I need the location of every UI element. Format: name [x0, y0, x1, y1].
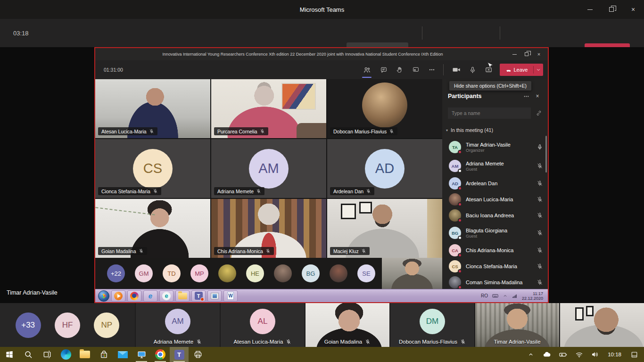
meeting-section-header[interactable]: ▾ In this meeting (41): [446, 127, 544, 133]
task-view-button[interactable]: [38, 347, 57, 362]
video-tile[interactable]: Chis Adriana-Monica: [211, 199, 326, 258]
media-player-button[interactable]: [111, 290, 125, 302]
participants-close-button[interactable]: ×: [532, 91, 543, 101]
video-tile[interactable]: Dobocan Marius-Flavius: [327, 79, 442, 138]
filmstrip-tile[interactable]: AL Atesan Lucica-Maria: [221, 303, 305, 347]
inner-restore-button[interactable]: [520, 48, 533, 60]
participants-more-button[interactable]: [520, 91, 532, 101]
video-tile[interactable]: Atesan Lucica-Maria: [95, 79, 210, 138]
participant-avatar[interactable]: [330, 264, 347, 282]
mic-off-icon[interactable]: [537, 263, 543, 270]
filmstrip-video-tile[interactable]: Timar Adrian-Vasile: [475, 303, 559, 347]
edge-button[interactable]: [57, 347, 75, 362]
search-input[interactable]: [448, 107, 531, 119]
video-tile[interactable]: CS Cionca Stefania-Maria: [95, 139, 210, 198]
volume-icon[interactable]: [588, 347, 602, 362]
minimize-button[interactable]: [579, 0, 601, 19]
eset-button[interactable]: e: [159, 290, 173, 302]
clock[interactable]: 10:18: [604, 352, 625, 357]
inner-close-button[interactable]: ×: [533, 48, 545, 60]
copy-link-button[interactable]: [534, 108, 544, 118]
close-button[interactable]: ×: [622, 0, 644, 19]
participant-row[interactable]: TA Timar Adrian-VasileOrganizer: [442, 138, 548, 156]
teams-button[interactable]: T: [191, 290, 206, 302]
video-tile[interactable]: Purcarea Cornelia: [211, 79, 326, 138]
action-center-button[interactable]: [627, 347, 641, 362]
video-tile[interactable]: Goian Madalina: [95, 199, 210, 258]
participant-avatar[interactable]: GM: [135, 264, 153, 282]
keyboard-icon[interactable]: [492, 292, 499, 299]
word-button[interactable]: W: [223, 290, 238, 302]
participant-row[interactable]: AM Adriana MemeteGuest: [442, 156, 548, 175]
filmstrip-tile[interactable]: AM Adriana Memete: [136, 303, 220, 347]
tray-chevron-up-button[interactable]: [524, 347, 538, 362]
printer-button[interactable]: [189, 347, 207, 362]
mic-off-icon[interactable]: [537, 196, 543, 203]
inner-participants-button[interactable]: [360, 63, 373, 76]
inner-more-options-button[interactable]: [425, 63, 438, 76]
inner-minimize-button[interactable]: [508, 48, 520, 60]
signal-icon[interactable]: [512, 293, 518, 299]
mic-off-icon[interactable]: [537, 163, 543, 169]
language-indicator[interactable]: RO: [481, 293, 488, 298]
mic-on-icon[interactable]: [537, 144, 543, 150]
participant-row[interactable]: Coman Simina-Madalina: [442, 274, 548, 289]
store-button[interactable]: [94, 347, 113, 362]
participant-row[interactable]: CA Chis Adriana-Monica: [442, 242, 548, 258]
scrollbar[interactable]: [545, 136, 547, 173]
restore-button[interactable]: [601, 0, 622, 19]
participant-avatar[interactable]: TD: [163, 264, 181, 282]
teams-taskbar-button[interactable]: T: [170, 347, 189, 362]
video-tile[interactable]: AD Ardelean Dan: [327, 139, 442, 198]
inner-chat-button[interactable]: [377, 63, 390, 76]
inner-leave-button[interactable]: Leave: [500, 64, 543, 76]
participant-avatar[interactable]: [274, 264, 292, 282]
leave-menu-chevron[interactable]: [534, 67, 543, 73]
battery-icon[interactable]: [556, 347, 570, 362]
mic-off-icon[interactable]: [537, 180, 543, 187]
participant-row[interactable]: BG Blaguta GiorgianaGuest: [442, 223, 548, 242]
firefox-button[interactable]: [127, 290, 141, 302]
participant-row[interactable]: AD Ardelean Dan: [442, 175, 548, 191]
presenter-video-thumbnail[interactable]: [382, 258, 442, 289]
onedrive-icon[interactable]: [540, 347, 554, 362]
inner-mic-button[interactable]: [466, 63, 479, 76]
video-tile[interactable]: AM Adriana Memete: [211, 139, 326, 198]
search-button[interactable]: [19, 347, 38, 362]
start-orb-button[interactable]: [98, 290, 109, 302]
chevron-up-icon[interactable]: [503, 293, 508, 298]
participant-avatar[interactable]: HE: [246, 264, 264, 282]
filmstrip-video-tile[interactable]: [560, 303, 644, 347]
wifi-icon[interactable]: [572, 347, 586, 362]
inner-breakout-button[interactable]: [409, 63, 422, 76]
mic-off-icon[interactable]: [537, 247, 543, 254]
participant-avatar[interactable]: BG: [302, 264, 320, 282]
participant-row[interactable]: CS Cionca Stefania-Maria: [442, 258, 548, 274]
participant-avatar[interactable]: SE: [357, 264, 375, 282]
shared-clock[interactable]: 11:17 22.12.2020: [522, 291, 543, 301]
photo-viewer-button[interactable]: [207, 290, 222, 302]
mail-button[interactable]: [113, 347, 132, 362]
video-tile[interactable]: Maciej Kluz: [327, 199, 442, 258]
filmstrip-tile[interactable]: DM Dobocan Marius-Flavius: [390, 303, 474, 347]
participant-row[interactable]: Baciu Ioana Andreea: [442, 207, 548, 223]
mic-off-icon[interactable]: [537, 230, 543, 236]
inner-camera-button[interactable]: [450, 63, 463, 76]
participant-row[interactable]: Atesan Lucica-Maria: [442, 191, 548, 207]
internet-explorer-button[interactable]: e: [143, 290, 157, 302]
chrome-button[interactable]: [151, 347, 170, 362]
file-explorer-button[interactable]: [175, 290, 190, 302]
mic-off-icon[interactable]: [537, 279, 543, 286]
filmstrip-video-tile[interactable]: Goian Madalina: [305, 303, 389, 347]
file-explorer-button[interactable]: [75, 347, 94, 362]
participant-avatar[interactable]: MP: [190, 264, 208, 282]
more-participants-count[interactable]: +33: [16, 313, 41, 338]
inner-raise-hand-button[interactable]: [393, 63, 406, 76]
participant-avatar[interactable]: [218, 264, 236, 282]
participant-avatar[interactable]: HF: [55, 313, 80, 338]
display-app-button[interactable]: [132, 347, 151, 362]
more-participants-count[interactable]: +22: [107, 264, 125, 282]
start-button[interactable]: [0, 347, 19, 362]
mic-off-icon[interactable]: [537, 212, 543, 219]
participant-avatar[interactable]: NP: [94, 313, 119, 338]
